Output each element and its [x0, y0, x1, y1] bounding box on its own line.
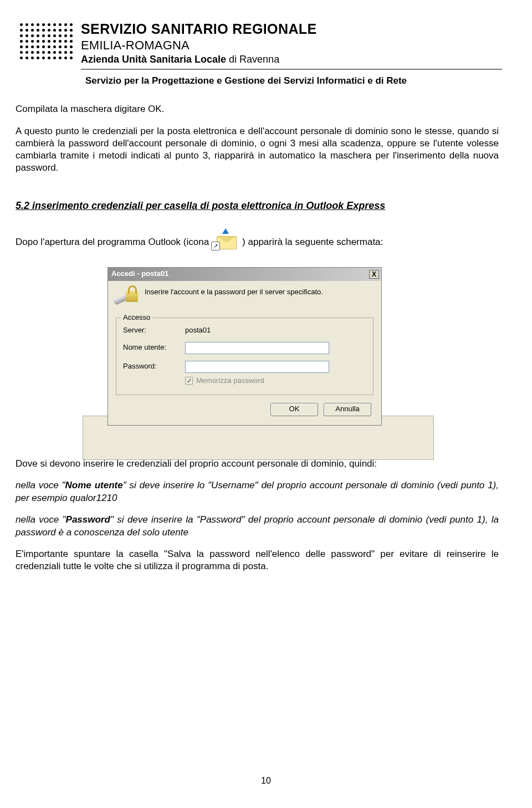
header-line-3: Azienda Unità Sanitaria Locale di Ravenn…: [81, 54, 502, 65]
server-value: posta01: [185, 326, 211, 335]
page-number: 10: [0, 776, 532, 786]
intro-after: ) apparirà la seguente schermata:: [242, 236, 383, 248]
login-fieldset: Accesso Server: posta01 Nome utente: Pas…: [116, 318, 374, 395]
dialog-titlebar: Accedi - posta01 X: [108, 268, 381, 281]
username-label: Nome utente:: [123, 343, 185, 352]
header-subheading: Servizio per la Progettazione e Gestione…: [85, 75, 499, 86]
header-line-1: SERVIZIO SANITARIO REGIONALE: [81, 21, 502, 37]
dialog-message: Inserire l'account e la password per il …: [145, 287, 323, 297]
close-button[interactable]: X: [369, 270, 379, 279]
header-line-2: EMILIA-ROMAGNA: [81, 38, 502, 53]
ok-button[interactable]: OK: [270, 403, 318, 416]
dialog-title: Accedi - posta01: [111, 269, 168, 279]
fieldset-legend: Accesso: [121, 313, 152, 323]
password-label: Password:: [123, 362, 185, 371]
outlook-icon: ↗: [211, 231, 240, 254]
logo-dots: [20, 23, 73, 60]
remember-checkbox[interactable]: ✓: [185, 377, 193, 385]
divider: [81, 69, 502, 70]
body-p2: A questo punto le credenziali per la pos…: [16, 125, 499, 174]
keylock-icon: [115, 287, 139, 309]
server-label: Server:: [123, 326, 185, 335]
body-p1: Compilata la maschera digitare OK.: [16, 103, 499, 115]
cancel-button[interactable]: Annulla: [324, 403, 371, 416]
intro-before: Dopo l'apertura del programma Outlook (i…: [16, 236, 209, 248]
section-heading: 5.2 inserimento credenziali per casella …: [16, 200, 499, 212]
after-p3: nella voce "Password" si deve inserire l…: [16, 514, 499, 539]
after-p2: nella voce "Nome utente" si deve inserir…: [16, 479, 499, 504]
password-input[interactable]: [185, 361, 329, 373]
login-dialog: Accedi - posta01 X Inserire l'account e …: [108, 267, 382, 426]
after-p4: E'importante spuntare la casella "Salva …: [16, 548, 499, 573]
username-input[interactable]: [185, 342, 329, 354]
remember-label: Memorizza password: [196, 376, 264, 386]
